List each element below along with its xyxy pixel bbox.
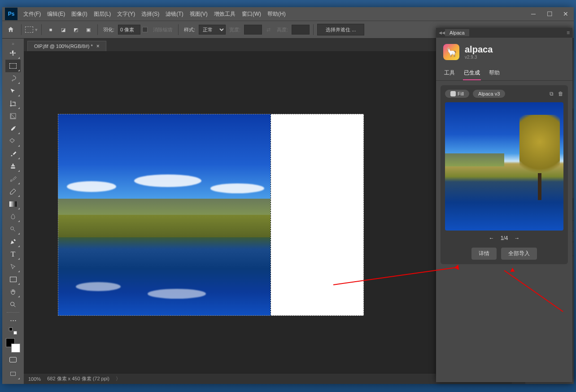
page-counter: 1/4 xyxy=(501,235,508,241)
antialias-label: 消除锯齿 xyxy=(153,26,173,33)
minimize-button[interactable]: ─ xyxy=(525,8,541,20)
edit-toolbar-button[interactable]: ⋯ xyxy=(5,314,21,327)
color-swatches[interactable] xyxy=(6,338,20,353)
maximize-button[interactable]: ☐ xyxy=(541,8,558,20)
document-tab-label: OIP.jfif @ 100%(RGB/8#) * xyxy=(34,44,93,49)
screen-mode-button[interactable] xyxy=(5,368,21,380)
alpaca-result-card: Fill Alpaca v3 ⧉ 🗑 ← 1/4 → 详情 全部导入 xyxy=(441,85,568,264)
quick-select-tool[interactable] xyxy=(5,85,21,97)
swap-wh-icon: ⇄ xyxy=(266,27,271,33)
marquee-tool[interactable] xyxy=(5,60,21,72)
alpaca-title: alpaca xyxy=(465,44,493,55)
frame-tool[interactable] xyxy=(5,110,21,122)
details-button[interactable]: 详情 xyxy=(471,248,497,260)
feather-label: 羽化: xyxy=(103,26,114,33)
alpaca-panel-tab[interactable]: Alpaca xyxy=(445,29,469,36)
next-arrow-icon[interactable]: → xyxy=(514,235,519,241)
svg-point-0 xyxy=(11,227,14,230)
alpaca-nav-tools[interactable]: 工具 xyxy=(443,66,456,80)
alpaca-nav: 工具 已生成 帮助 xyxy=(436,66,572,81)
menu-image[interactable]: 图像(I) xyxy=(68,7,90,21)
swap-default-colors[interactable] xyxy=(5,327,21,335)
alpaca-menu-icon[interactable]: ≡ xyxy=(567,30,570,36)
type-tool[interactable]: T xyxy=(5,248,21,261)
eraser-tool[interactable] xyxy=(5,185,21,198)
selection-add-icon[interactable]: ◪ xyxy=(58,24,69,35)
svg-point-1 xyxy=(11,302,14,306)
feather-input[interactable] xyxy=(118,25,140,35)
move-tool[interactable] xyxy=(5,47,21,60)
width-input xyxy=(244,25,262,35)
alpaca-nav-generated[interactable]: 已生成 xyxy=(463,66,481,80)
import-all-button[interactable]: 全部导入 xyxy=(501,248,537,260)
home-button[interactable] xyxy=(4,23,17,36)
tools-panel: » T ⋯ xyxy=(2,39,24,384)
delete-icon[interactable]: 🗑 xyxy=(558,91,563,97)
selection-area xyxy=(271,114,364,316)
quick-mask-button[interactable] xyxy=(5,353,21,366)
alpaca-titlebar: ◀◀ Alpaca ≡ xyxy=(436,28,572,38)
brush-tool[interactable] xyxy=(5,148,21,160)
alpaca-logo-icon: 🦙 xyxy=(443,44,459,60)
menu-layer[interactable]: 图层(L) xyxy=(91,7,114,21)
dodge-tool[interactable] xyxy=(5,223,21,235)
menu-window[interactable]: 窗口(W) xyxy=(239,7,264,21)
status-info[interactable]: 682 像素 x 450 像素 (72 ppi) xyxy=(47,375,109,382)
close-button[interactable]: ✕ xyxy=(558,8,574,20)
close-document-icon[interactable]: × xyxy=(96,43,100,49)
selection-new-icon[interactable]: ■ xyxy=(45,24,56,35)
height-label: 高度: xyxy=(277,26,288,33)
menu-type[interactable]: 文字(Y) xyxy=(114,7,138,21)
width-label: 宽度: xyxy=(229,26,240,33)
alpaca-nav-help[interactable]: 帮助 xyxy=(488,66,501,80)
heal-tool[interactable] xyxy=(5,135,21,148)
select-and-mask-button[interactable]: 选择并遮住 ... xyxy=(317,24,364,35)
alpaca-version: v2.9.3 xyxy=(465,55,493,60)
canvas-image xyxy=(58,114,271,316)
pen-tool[interactable] xyxy=(5,235,21,248)
style-label: 样式: xyxy=(184,26,195,33)
gradient-tool[interactable] xyxy=(5,198,21,210)
menu-help[interactable]: 帮助(H) xyxy=(264,7,289,21)
status-zoom[interactable]: 100% xyxy=(28,376,41,382)
alpaca-header: 🦙 alpaca v2.9.3 xyxy=(436,38,572,66)
document-tab[interactable]: OIP.jfif @ 100%(RGB/8#) * × xyxy=(27,41,106,51)
history-brush-tool[interactable] xyxy=(5,173,21,185)
menu-edit[interactable]: 编辑(E) xyxy=(44,7,68,21)
model-chip[interactable]: Alpaca v3 xyxy=(473,90,505,98)
menu-plugins[interactable]: 增效工具 xyxy=(211,7,239,21)
style-select[interactable]: 正常 xyxy=(199,25,226,35)
eyedropper-tool[interactable] xyxy=(5,122,21,135)
antialias-checkbox[interactable] xyxy=(142,27,148,32)
prev-arrow-icon[interactable]: ← xyxy=(489,235,494,241)
menu-file[interactable]: 文件(F) xyxy=(20,7,44,21)
menu-bar: Ps 文件(F) 编辑(E) 图像(I) 图层(L) 文字(Y) 选择(S) 滤… xyxy=(2,7,574,21)
height-input xyxy=(292,25,310,35)
copy-icon[interactable]: ⧉ xyxy=(550,91,554,97)
crop-tool[interactable] xyxy=(5,97,21,110)
zoom-tool[interactable] xyxy=(5,298,21,311)
ps-logo: Ps xyxy=(5,8,17,20)
fill-chip[interactable]: Fill xyxy=(445,90,469,98)
alpaca-preview-image[interactable] xyxy=(445,102,563,231)
window-controls: ─ ☐ ✕ xyxy=(525,8,574,20)
menu-view[interactable]: 视图(V) xyxy=(187,7,211,21)
canvas[interactable] xyxy=(58,114,364,316)
svg-rect-2 xyxy=(11,372,16,375)
selection-subtract-icon[interactable]: ◩ xyxy=(70,24,81,35)
selection-intersect-icon[interactable]: ▣ xyxy=(83,24,94,35)
lasso-tool[interactable] xyxy=(5,72,21,85)
menu-filter[interactable]: 滤镜(T) xyxy=(162,7,186,21)
annotation-arrow-2 xyxy=(504,270,563,312)
menu-select[interactable]: 选择(S) xyxy=(138,7,162,21)
background-color[interactable] xyxy=(11,344,20,353)
path-select-tool[interactable] xyxy=(5,261,21,273)
alpaca-pagination: ← 1/4 → xyxy=(445,235,563,241)
marquee-preset-icon[interactable] xyxy=(25,26,33,33)
blur-tool[interactable] xyxy=(5,210,21,223)
shape-tool[interactable] xyxy=(5,273,21,286)
alpaca-panel: ◀◀ Alpaca ≡ 🦙 alpaca v2.9.3 工具 已生成 帮助 Fi… xyxy=(436,28,572,382)
stamp-tool[interactable] xyxy=(5,160,21,173)
hand-tool[interactable] xyxy=(5,286,21,298)
